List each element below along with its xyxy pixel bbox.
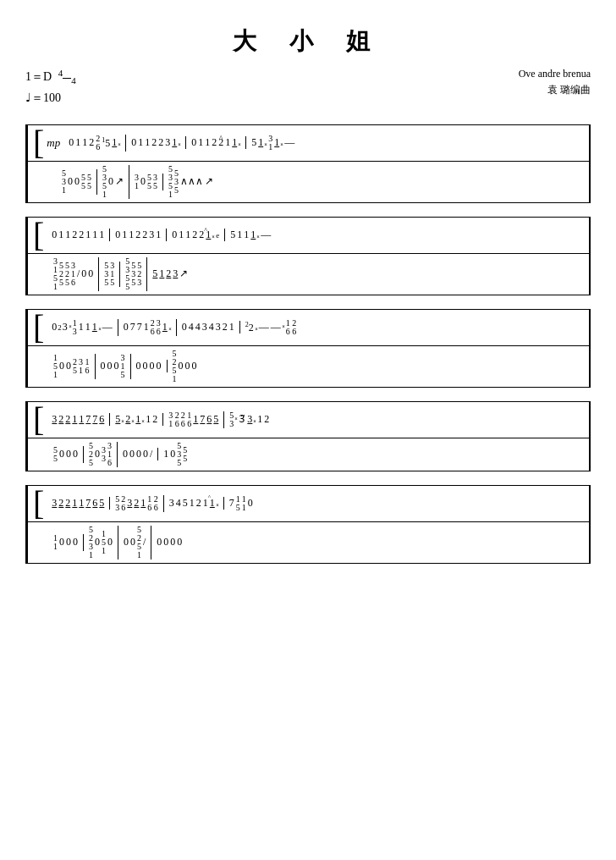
m1-t1: 0 1 1 2 26 15 1 ₓ (63, 135, 126, 152)
m4-t1: 3 2 2 1 1 7 7 6 (47, 413, 110, 426)
m3-t1: 0 2 3 ˣ 13 1 1 1 ₓ — (47, 319, 118, 336)
page: 大 小 姐 1＝D 44 ♩＝100 Ove andre brenua 袁 璐编… (0, 0, 616, 860)
m2-b3: 5355 535 523 (120, 257, 147, 291)
composer-block: Ove andre brenua 袁 璐编曲 (519, 66, 591, 98)
m2-t2: 0 1 1 2 2 3 1 (110, 229, 167, 241)
system-4: [ 3 2 2 1 1 7 7 6 5 ₓ 2 ₓ 1 ₓ 1 2 (25, 401, 591, 471)
m1-t3: 0 1 1 2 2^ 1 1 ₓ (186, 136, 246, 149)
system-5-treble: [ 3 2 2 1 1 7 6 5 53 26 3 2 1 1 26 6 3 (28, 485, 589, 522)
m5-t4: 7 15 11 0 (224, 495, 258, 512)
m4-t4: 53 ˣ 3̃ 3 ₓ 1 2 (224, 411, 274, 428)
system-2: [ 0 1 1 2 2 1 1 1 0 1 1 2 2 3 1 0 (25, 217, 591, 295)
m3-b4: 5251 0 0 0 (168, 350, 202, 383)
m4-b3: 0 0 0 0 / (118, 448, 158, 460)
system-2-treble: [ 0 1 1 2 2 1 1 1 0 1 1 2 2 3 1 0 (28, 217, 589, 254)
m3-t4: 22 ₓ — — ˣ 1 26 6 (240, 319, 302, 336)
system-5: [ 3 2 2 1 1 7 6 5 53 26 3 2 1 1 26 6 3 (25, 485, 591, 564)
m5-t2: 53 26 3 2 1 1 26 6 (110, 495, 164, 512)
system-3: [ 0 2 3 ˣ 13 1 1 1 ₓ — 0 7 7 1 26 36 1 (25, 309, 591, 388)
system-1: [ mp 0 1 1 2 26 15 1 ₓ 0 1 1 2 2 3 1 ₓ (25, 124, 591, 203)
system-2-bass: 3151 525 525 316 / 0 0 535 315 5355 535 … (28, 254, 589, 295)
tempo-line: ♩＝100 (25, 89, 76, 108)
m3-t2: 0 7 7 1 26 36 1 ₓ (118, 319, 177, 336)
page-title: 大 小 姐 (25, 25, 591, 58)
time-sig: 44 (58, 70, 76, 83)
m2-t3: 0 1 1 2 2^ 1 ₓ e (167, 229, 225, 241)
m5-t1: 3 2 2 1 1 7 6 5 (47, 497, 110, 510)
m1-b3: 31 0 55 35 (129, 174, 163, 190)
m1-t4: 5 1 ₓ 31 1 ₓ — (246, 135, 300, 152)
m4-b4: 1 0 535 55 (158, 442, 192, 467)
m1-t2: 0 1 1 2 2 3 1 ₓ (126, 136, 186, 149)
m2-t4: 5 1 1 1 ₓ — (225, 229, 276, 241)
m5-b3: 0 0 5251 / (118, 526, 151, 560)
m5-b4: 0 0 0 0 (151, 536, 187, 549)
m5-b2: 5231 0 151 0 (84, 526, 118, 560)
system-4-treble: [ 3 2 2 1 1 7 7 6 5 ₓ 2 ₓ 1 ₓ 1 2 (28, 401, 589, 438)
composer-line1: Ove andre brenua (519, 66, 591, 82)
m5-b1: 11 0 0 0 (48, 534, 84, 551)
system-3-bass: 151 0 0 25 3 11 6 0 0 0 315 0 0 0 0 5251… (28, 346, 589, 388)
m1-b2: 5351 0 ↗ (97, 165, 129, 199)
m2-b1: 3151 525 525 316 / 0 0 (48, 257, 99, 291)
key-tempo-block: 1＝D 44 ♩＝100 (25, 66, 76, 108)
system-3-treble: [ 0 2 3 ˣ 13 1 1 1 ₓ — 0 7 7 1 26 36 1 (28, 309, 589, 346)
bracket-1: [ (33, 129, 44, 157)
m1-b4: 5351 535 ∧∧∧ ↗ (163, 165, 218, 199)
m2-b2: 535 315 (99, 262, 120, 287)
m3-b2: 0 0 0 315 (96, 354, 131, 379)
composer-line2: 袁 璐编曲 (519, 82, 591, 98)
m1-b1: 531 0 0 55 55 (57, 169, 97, 195)
number-one: 1＝D (25, 70, 52, 83)
system-5-bass: 11 0 0 0 5231 0 151 0 0 0 5251 / 0 0 0 (28, 522, 589, 564)
bracket-4: [ (33, 405, 44, 434)
bracket-3: [ (33, 313, 44, 342)
m3-b3: 0 0 0 0 (131, 360, 168, 372)
m3-t3: 0 4 4 3 4 3 2 1 (177, 321, 240, 334)
m4-t3: 3 21 6 2 16 6 1 7 6 5 (163, 411, 224, 428)
dynamic-mp: mp (47, 136, 60, 150)
bracket-5: [ (33, 489, 44, 518)
header-info: 1＝D 44 ♩＝100 Ove andre brenua 袁 璐编曲 (25, 66, 591, 108)
bracket-2: [ (33, 221, 44, 250)
m2-t1: 0 1 1 2 2 1 1 1 (47, 229, 110, 241)
m4-b2: 525 0 33 316 (84, 442, 118, 467)
m3-b1: 151 0 0 25 3 11 6 (48, 354, 96, 379)
m2-b4: 5 1 2 3 ↗ (147, 267, 193, 280)
m4-t2: 5 ₓ 2 ₓ 1 ₓ 1 2 (110, 413, 163, 426)
system-1-bass: 531 0 0 55 55 5351 0 ↗ 31 0 55 35 5351 5… (28, 162, 589, 203)
key-signature-line: 1＝D 44 (25, 66, 76, 89)
m4-b1: 55 0 0 0 (48, 446, 84, 463)
system-4-bass: 55 0 0 0 525 0 33 316 0 0 0 0 / 1 0 (28, 438, 589, 471)
m5-t3: 3 4 5 1 2 1^ 1 ₓ (164, 497, 224, 510)
system-1-treble: [ mp 0 1 1 2 26 15 1 ₓ 0 1 1 2 2 3 1 ₓ (28, 124, 589, 162)
